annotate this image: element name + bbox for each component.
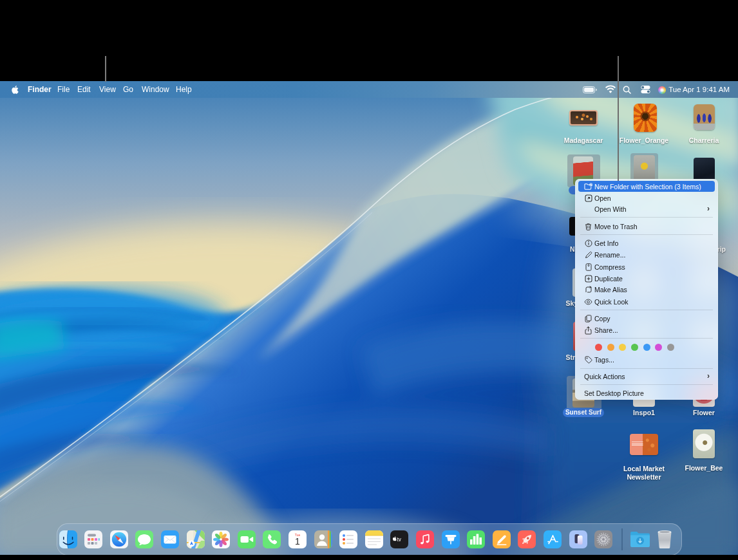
svg-text:tv: tv [397, 537, 402, 543]
svg-text:1: 1 [295, 536, 300, 546]
